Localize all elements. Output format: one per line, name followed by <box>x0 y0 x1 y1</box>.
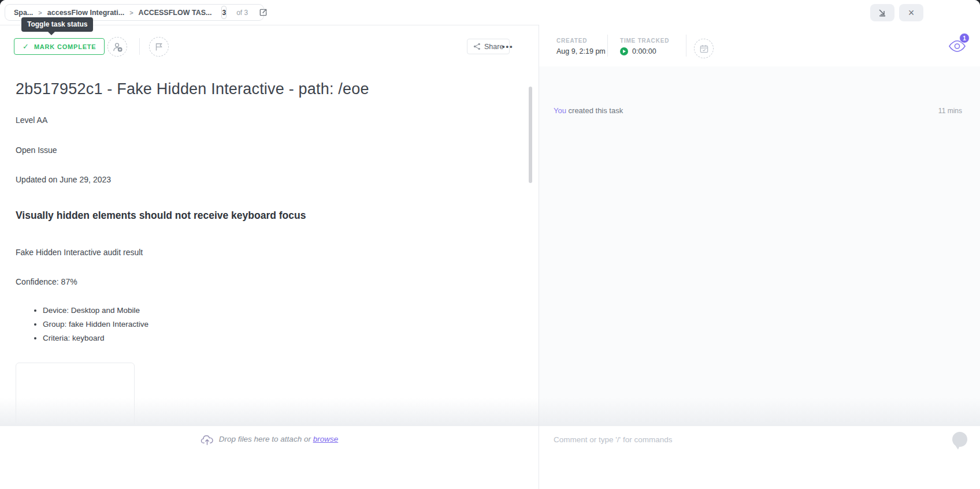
activity-timestamp: 11 mins <box>938 107 962 115</box>
breadcrumb-space[interactable]: Spa... <box>14 9 33 17</box>
drop-files-prefix: Drop files here to attach or <box>219 435 313 443</box>
task-description-heading[interactable]: Visually hidden elements should not rece… <box>16 210 306 222</box>
time-tracked-value: 0:00:00 <box>632 47 656 55</box>
start-timer-button[interactable] <box>620 47 628 55</box>
meta-divider <box>686 35 686 57</box>
task-description-line[interactable]: Level AA <box>16 115 47 125</box>
person-add-icon <box>112 42 123 53</box>
add-assignee-button[interactable] <box>107 37 127 57</box>
watcher-count-badge: 1 <box>959 33 970 43</box>
set-priority-button[interactable] <box>149 37 169 57</box>
activity-actor[interactable]: You <box>554 106 566 115</box>
attachment-placeholder[interactable] <box>16 363 135 428</box>
bullet-item[interactable]: Device: Desktop and Mobile <box>43 304 149 318</box>
set-due-date-button[interactable] <box>694 39 714 58</box>
scrollbar-thumb[interactable] <box>529 87 532 183</box>
task-description-line[interactable]: Open Issue <box>16 145 57 155</box>
activity-text: You created this task <box>554 106 623 115</box>
task-description-line[interactable]: Confidence: 87% <box>16 277 77 286</box>
activity-panel: You created this task 11 mins <box>539 66 980 425</box>
share-label: Share <box>484 43 503 51</box>
task-description-bullets: Device: Desktop and Mobile Group: fake H… <box>33 304 149 345</box>
dock-arrow-icon <box>878 8 887 17</box>
task-description-line[interactable]: Updated on June 29, 2023 <box>16 175 111 184</box>
browse-link[interactable]: browse <box>313 435 339 443</box>
comment-input[interactable]: Comment or type '/' for commands <box>554 435 672 444</box>
activity-row: You created this task 11 mins <box>554 106 962 115</box>
time-tracked-label: TIME TRACKED <box>620 38 669 44</box>
panel-divider <box>539 25 539 489</box>
more-actions-button[interactable]: ••• <box>502 38 514 54</box>
play-icon <box>623 50 626 53</box>
task-title[interactable]: 2b517952c1 - Fake Hidden Interactive - p… <box>16 80 369 98</box>
task-pager-total: of 3 <box>236 9 248 17</box>
check-icon: ✓ <box>23 42 29 51</box>
flag-icon <box>154 42 164 51</box>
calendar-check-icon <box>699 44 709 54</box>
chevron-right-icon: > <box>38 9 42 16</box>
meta-divider <box>607 35 608 57</box>
cloud-upload-icon <box>201 433 214 446</box>
created-label: CREATED <box>556 38 606 44</box>
breadcrumb-task[interactable]: ACCESSFLOW TAS... <box>139 9 212 17</box>
drop-files-bar[interactable]: Drop files here to attach or browse <box>0 425 539 489</box>
task-pager-input[interactable]: 3 <box>221 6 227 19</box>
share-icon <box>473 43 481 50</box>
top-bar: Spa... > accessFlow Integrati... > ACCES… <box>0 0 980 25</box>
open-in-new-icon[interactable] <box>259 8 268 17</box>
mark-complete-label: MARK COMPLETE <box>34 43 96 50</box>
minimize-to-tray-button[interactable] <box>870 4 894 21</box>
ellipsis-icon: ••• <box>502 42 514 51</box>
bullet-item[interactable]: Criteria: keyboard <box>43 331 149 345</box>
tooltip-caret <box>48 32 55 35</box>
created-meta: CREATED Aug 9, 2:19 pm <box>556 38 606 55</box>
drop-files-text: Drop files here to attach or browse <box>219 435 338 443</box>
created-value: Aug 9, 2:19 pm <box>556 47 606 55</box>
watchers-button[interactable]: 1 <box>948 40 966 53</box>
close-icon: × <box>908 7 915 19</box>
bullet-item[interactable]: Group: fake Hidden Interactive <box>43 318 149 331</box>
mark-complete-button[interactable]: ✓ MARK COMPLETE <box>14 38 105 55</box>
header-divider <box>139 38 140 55</box>
chevron-right-icon: > <box>129 9 133 16</box>
comment-bubble-icon[interactable] <box>952 432 967 447</box>
breadcrumb-list[interactable]: accessFlow Integrati... <box>47 9 124 17</box>
right-panel-header: CREATED Aug 9, 2:19 pm TIME TRACKED 0:00… <box>539 25 980 67</box>
task-modal: Spa... > accessFlow Integrati... > ACCES… <box>0 0 980 489</box>
time-tracked-meta: TIME TRACKED 0:00:00 <box>620 38 669 55</box>
close-button[interactable]: × <box>899 4 923 21</box>
comment-bar[interactable]: Comment or type '/' for commands <box>539 425 980 489</box>
tooltip-text: Toggle task status <box>27 20 87 28</box>
task-description-line[interactable]: Fake Hidden Interactive audit result <box>16 248 143 257</box>
activity-action: created this task <box>566 106 623 115</box>
tooltip-toggle-task-status: Toggle task status <box>21 17 93 32</box>
